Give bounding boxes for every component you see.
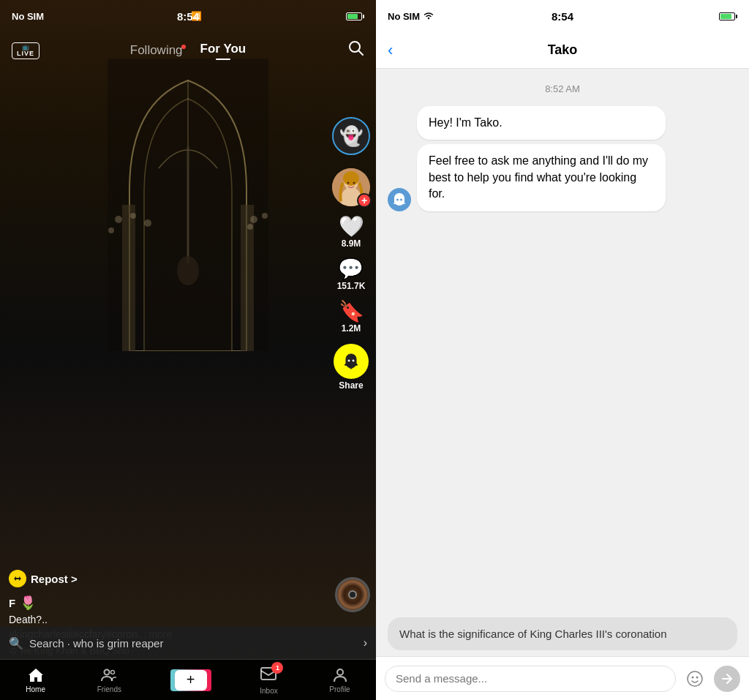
svg-point-10 [250,216,257,223]
chat-input-row [376,656,749,700]
snapchat-ghost-icon [341,351,361,372]
repost-button[interactable]: Repost > [9,570,325,587]
suggested-message[interactable]: What is the significance of King Charles… [388,617,737,650]
battery-left [346,12,364,20]
send-button[interactable] [714,666,740,692]
chat-header: ‹ Tako [376,32,749,69]
home-nav-item[interactable]: Home [26,666,45,693]
creator-avatar[interactable]: 👻 [332,117,370,155]
share-label: Share [339,380,363,391]
svg-point-28 [400,198,402,200]
live-badge[interactable]: 📺 LIVE [12,42,39,59]
svg-point-24 [111,671,115,674]
comment-icon: 💬 [338,259,364,279]
svg-point-6 [115,216,122,223]
left-panel: No SIM 📶 8:54 📺 LIVE Following [0,0,376,700]
bookmark-count: 1.2M [342,323,361,334]
caption-text: Death?.. [9,614,325,625]
right-actions: 👻 + 🤍 [332,117,370,391]
search-bar-text: Search · who is grim reaper [29,637,358,650]
username-text: F [9,597,15,609]
add-button[interactable]: + [173,669,208,691]
home-icon [27,666,45,684]
tako-message-row: Hey! I'm Tako. Feel free to ask me anyth… [388,106,737,211]
svg-point-3 [177,256,199,285]
svg-point-9 [108,227,114,233]
profile-label: Profile [329,685,350,693]
battery-fill-right [720,14,731,19]
friends-nav-item[interactable]: Friends [97,666,121,693]
carrier-right: No SIM [388,11,420,22]
battery-area-right [719,12,737,20]
friends-icon [100,666,118,684]
svg-point-30 [692,676,694,678]
ghost-avatar-bg: 👻 [334,118,369,154]
search-suggestion-bar[interactable]: 🔍 Search · who is grim reaper › [0,627,376,659]
tako-ghost-avatar [391,192,407,208]
like-action[interactable]: 🤍 8.9M [339,217,364,249]
chat-title: Tako [548,42,578,58]
back-button[interactable]: ‹ [388,41,393,60]
message-input[interactable] [385,666,676,692]
bookmark-action[interactable]: 🔖 1.2M [339,301,364,334]
svg-point-19 [347,182,350,184]
bookmark-icon: 🔖 [339,301,364,322]
svg-point-23 [105,670,110,675]
svg-point-12 [247,224,253,230]
right-panel: No SIM 8:54 ‹ Tako 8:52 AM [376,0,749,700]
avatar-image: 👻 [332,117,370,155]
wifi-icon-right [423,11,434,22]
home-label: Home [26,685,45,693]
repost-arrows-icon [12,573,23,584]
emoji-button[interactable] [682,666,708,692]
time-left: 8:54 [177,10,199,23]
music-disc[interactable] [335,577,370,612]
svg-point-20 [353,182,355,184]
wifi-svg-right [423,11,434,20]
comment-action[interactable]: 💬 151.7K [337,259,366,291]
rapunzel-avatar-container[interactable]: + [332,168,370,206]
emoji-icon [686,670,704,688]
battery-area-left [346,12,364,20]
svg-point-31 [696,676,699,678]
message-timestamp: 8:52 AM [388,83,737,94]
profile-nav-item[interactable]: Profile [329,666,350,693]
tako-messages: Hey! I'm Tako. Feel free to ask me anyth… [417,106,666,211]
inbox-badge-dot: 1 [271,662,283,674]
carrier-area-right: No SIM [388,11,434,22]
music-disc-inner [348,590,357,599]
chat-body[interactable]: 8:52 AM Hey! I'm Tako. Feel free to ask … [376,69,749,617]
send-arrow-icon [720,672,734,685]
suggested-message-row: What is the significance of King Charles… [376,617,749,656]
for-you-tab[interactable]: For You [200,42,246,60]
following-tab[interactable]: Following [130,43,183,58]
svg-point-7 [130,213,136,219]
battery-right [719,12,737,20]
battery-tip-left [363,15,364,18]
svg-rect-4 [122,205,135,351]
add-nav-item[interactable]: + [173,669,208,691]
username-row: F 🌷 [9,595,325,611]
svg-point-11 [262,213,268,219]
search-bar-icon: 🔍 [9,636,23,650]
search-button[interactable] [348,40,364,61]
share-action[interactable]: Share [334,344,369,391]
flower-emoji: 🌷 [20,595,36,611]
svg-point-29 [688,671,702,686]
repost-icon [9,570,26,587]
top-nav: 📺 LIVE Following For You [0,32,376,69]
ghost-icon: 👻 [339,125,363,148]
follow-plus-badge: + [357,193,372,208]
inbox-nav-item[interactable]: 1 Inbox [260,665,277,695]
svg-line-14 [359,51,364,56]
status-bar-right: No SIM 8:54 [376,0,749,32]
search-bar-arrow: › [364,636,367,650]
svg-point-21 [348,360,350,362]
carrier-left: No SIM [12,11,44,22]
profile-icon [331,666,349,684]
snapchat-icon [334,344,369,379]
notification-dot [181,45,186,49]
nav-tabs: Following For You [130,42,246,60]
tako-message-2: Feel free to ask me anything and I'll do… [417,144,666,211]
gothic-arch-svg [108,59,268,351]
